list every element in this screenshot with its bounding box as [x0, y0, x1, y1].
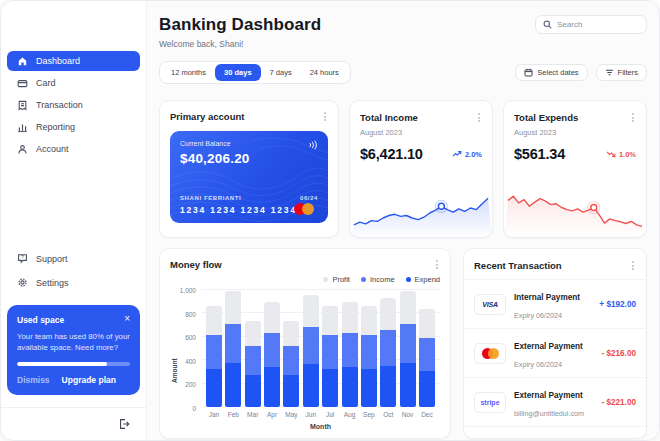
money-flow-menu-icon[interactable]	[434, 258, 440, 271]
total-expends-menu-icon[interactable]	[630, 111, 636, 124]
total-income-menu-icon[interactable]	[476, 111, 482, 124]
bar-aug	[342, 290, 358, 407]
svg-text:?: ?	[21, 254, 24, 260]
x-axis-ticks: JanFebMarAprMayJunJulAugSepOctNovDec	[201, 411, 440, 418]
sidebar-item-dashboard[interactable]: Dashboard	[7, 51, 140, 71]
income-trend-badge: 2.0%	[452, 150, 482, 159]
y-axis-ticks: 02004006008001,000	[179, 290, 201, 408]
total-expends-period: August 2023	[514, 128, 636, 137]
transaction-row[interactable]: stripe External Paymentbilling@untitledu…	[464, 377, 646, 426]
gear-icon	[17, 277, 28, 288]
range-12-months[interactable]: 12 months	[162, 64, 215, 81]
range-7-days[interactable]: 7 days	[261, 64, 301, 81]
search-icon	[543, 20, 552, 29]
sidebar: Dashboard Card Transaction Reporting	[1, 1, 147, 440]
bar-jun	[303, 290, 319, 407]
money-flow-bars	[201, 290, 440, 407]
user-icon	[17, 144, 28, 155]
recent-transaction-panel: Recent Transaction VISA Internal Payment…	[463, 248, 647, 439]
mastercard-logo	[474, 343, 506, 364]
transaction-row[interactable]: VISA Internal PaymentExpiry 06/2024 + $2…	[464, 426, 646, 439]
total-expends-value: $561.34	[514, 146, 565, 162]
card-icon	[17, 78, 28, 89]
income-sparkline	[350, 181, 492, 237]
primary-account-panel: Primary account Current Balance	[159, 100, 339, 238]
sidebar-item-label: Transaction	[36, 100, 83, 110]
transaction-name: External Payment	[514, 391, 583, 400]
bar-may	[283, 290, 299, 407]
sidebar-item-reporting[interactable]: Reporting	[7, 117, 140, 137]
money-flow-title: Money flow	[170, 259, 222, 270]
transaction-amount: + $192.00	[599, 300, 636, 309]
help-icon: ?	[17, 253, 28, 264]
page-header: Banking Dashboard Welcome back, Shani!	[159, 15, 321, 49]
expends-trend-badge: 1.0%	[606, 150, 636, 159]
money-flow-panel: Money flow Profit Income Expend Amount 0…	[159, 248, 451, 439]
legend-profit: Profit	[323, 275, 350, 284]
sidebar-item-settings[interactable]: Settings	[7, 273, 140, 293]
transaction-row[interactable]: External PaymentExpiry 06/2024 - $216.00	[464, 328, 646, 377]
bar-nov	[400, 290, 416, 407]
contactless-icon	[307, 139, 319, 151]
bar-chart-icon	[17, 122, 28, 133]
bank-card[interactable]: Current Balance $40,206.20 SHANI FEBRIAN…	[170, 131, 328, 223]
filters-button[interactable]: Filters	[596, 64, 647, 81]
sidebar-item-transaction[interactable]: Transaction	[7, 95, 140, 115]
transaction-detail: Expiry 06/2024	[514, 311, 562, 320]
search-box[interactable]	[535, 15, 647, 34]
logout-icon[interactable]	[118, 418, 130, 430]
card-expiry: 06/24	[300, 195, 318, 201]
total-expends-title: Total Expends	[514, 112, 578, 123]
bar-oct	[380, 290, 396, 407]
recent-transaction-title: Recent Transaction	[474, 260, 562, 271]
range-24-hours[interactable]: 24 hours	[301, 64, 348, 81]
total-income-value: $6,421.10	[360, 146, 423, 162]
used-space-progress	[17, 362, 130, 366]
used-space-card: Used space × Your team has used 80% of y…	[7, 305, 140, 395]
range-30-days[interactable]: 30 days	[215, 64, 261, 81]
balance-value: $40,206.20	[180, 151, 318, 166]
visa-logo: VISA	[474, 294, 506, 315]
transaction-name: Internal Payment	[514, 293, 580, 302]
bar-feb	[225, 290, 241, 407]
select-dates-button[interactable]: Select dates	[515, 64, 587, 81]
total-income-title: Total Income	[360, 112, 418, 123]
sidebar-item-label: Reporting	[36, 122, 75, 132]
stripe-logo: stripe	[474, 392, 506, 413]
used-space-body: Your team has used 80% of your available…	[17, 331, 130, 354]
legend-expend: Expend	[406, 275, 440, 284]
total-income-period: August 2023	[360, 128, 482, 137]
expends-sparkline	[504, 181, 646, 237]
sidebar-item-label: Settings	[36, 278, 69, 288]
dismiss-button[interactable]: Dismiss	[17, 375, 50, 385]
transaction-detail: Expiry 06/2024	[514, 360, 562, 369]
bar-apr	[264, 290, 280, 407]
primary-account-menu-icon[interactable]	[322, 110, 328, 123]
recent-transaction-menu-icon[interactable]	[630, 259, 636, 272]
sidebar-item-label: Dashboard	[36, 56, 80, 66]
sidebar-item-support[interactable]: ? Support	[7, 249, 140, 269]
page-subtitle: Welcome back, Shani!	[159, 39, 321, 49]
close-icon[interactable]: ×	[124, 315, 130, 323]
total-income-panel: Total Income August 2023 $6,421.10 2.0%	[349, 100, 493, 238]
used-space-title: Used space	[17, 315, 64, 325]
transaction-row[interactable]: VISA Internal PaymentExpiry 06/2024 + $1…	[464, 279, 646, 328]
y-axis-label: Amount	[170, 290, 179, 430]
bar-jul	[322, 290, 338, 407]
search-input[interactable]	[557, 20, 639, 29]
date-range-segmented-control: 12 months 30 days 7 days 24 hours	[159, 61, 351, 84]
sidebar-item-label: Account	[36, 144, 69, 154]
money-flow-plot	[201, 290, 440, 407]
bar-mar	[245, 290, 261, 407]
app-window: Dashboard Card Transaction Reporting	[0, 0, 660, 441]
upgrade-plan-button[interactable]: Upgrade plan	[62, 375, 116, 385]
sidebar-item-account[interactable]: Account	[7, 139, 140, 159]
bar-dec	[419, 290, 435, 407]
sidebar-nav: Dashboard Card Transaction Reporting	[1, 1, 146, 161]
trend-down-icon	[606, 150, 616, 158]
money-flow-legend: Profit Income Expend	[170, 275, 440, 284]
mastercard-icon	[294, 202, 318, 216]
x-axis-label: Month	[201, 423, 440, 430]
home-icon	[17, 56, 28, 67]
sidebar-item-card[interactable]: Card	[7, 73, 140, 93]
